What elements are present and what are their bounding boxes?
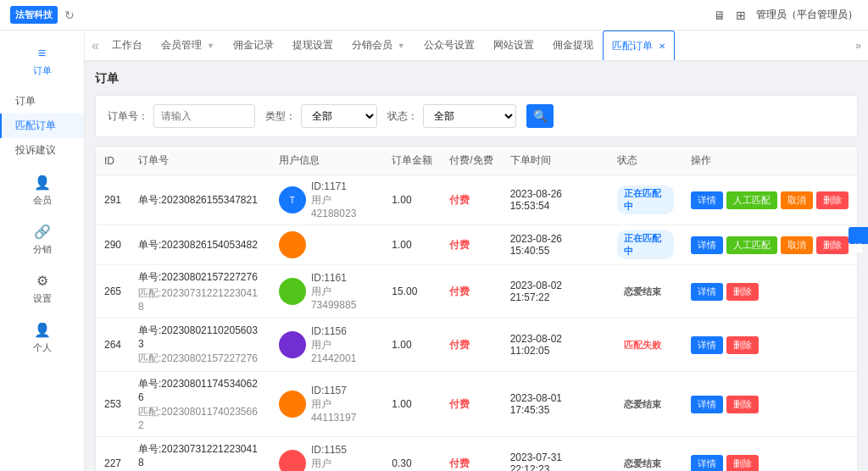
tab-site[interactable]: 网站设置 [484,30,543,61]
action-删除-button[interactable]: 删除 [816,191,849,209]
tab-match-order[interactable]: 匹配订单 ✕ [603,30,675,61]
action-btns: 详情删除 [691,396,849,413]
action-取消-button[interactable]: 取消 [781,236,813,254]
grid-icon[interactable]: ⊞ [736,8,746,22]
order-no-input[interactable] [153,104,255,128]
cell-order-time: 2023-08-02 21:57:22 [502,265,609,319]
type-select[interactable]: 全部 付费 免费 [301,104,377,128]
nav-tabs-bar: « 工作台 会员管理▼ 佣金记录 提现设置 分销会员▼ 公众号设置 网站设置 佣… [85,30,868,61]
cell-fee-type: 付费 [441,372,501,437]
action-详情-button[interactable]: 详情 [691,455,723,472]
order-no-field: 订单号： [108,104,255,128]
action-btns: 详情删除 [691,455,849,472]
col-action: 操作 [682,147,857,175]
content-area: 订单 订单号： 类型： 全部 付费 免费 [85,61,868,471]
action-删除-button[interactable]: 删除 [726,283,759,301]
cell-fee-type: 付费 [441,225,501,265]
tab-member[interactable]: 会员管理▼ [152,30,224,61]
user-text: ID:1155 用户86029422 [311,444,375,471]
monitor-icon[interactable]: 🖥 [714,8,726,22]
tab-withdraw-setting[interactable]: 提现设置 [283,30,342,61]
action-btns: 详情删除 [691,283,849,301]
status-field: 状态： 全部 正在匹配中 恋爱结束 匹配失败 [387,104,516,128]
status-badge: 正在匹配中 [617,230,674,259]
action-详情-button[interactable]: 详情 [691,336,723,354]
sidebar-item-setting[interactable]: ⚙ 设置 [0,264,84,313]
top-bar-right: 🖥 ⊞ 管理员（平台管理员） [714,8,858,22]
col-user-info: 用户信息 [270,147,383,175]
action-人工匹配-button[interactable]: 人工匹配 [726,236,777,254]
refresh-icon[interactable]: ↻ [64,8,75,22]
user-avatar [279,450,306,471]
order-no-text: 单号:20230826155347821 [138,193,262,208]
cell-id: 264 [96,319,130,372]
sidebar-collapse-icon[interactable]: « [92,38,99,53]
tab-commission-withdraw[interactable]: 佣金提现 [543,30,603,61]
user-avatar [279,331,306,358]
user-id: ID:1156 [311,325,375,337]
cell-order-time: 2023-08-26 15:40:55 [502,225,609,265]
user-avatar [279,391,306,418]
action-取消-button[interactable]: 取消 [781,191,813,209]
sidebar-item-share-label: 分销 [33,243,52,256]
table-row: 227 单号:20230731221223041​8 匹配:2023080215… [96,437,857,472]
action-删除-button[interactable]: 删除 [726,336,759,354]
sidebar-item-order[interactable]: ≡ 订单 [0,37,84,86]
user-name: 用户86029422 [311,457,375,471]
tab-share-member[interactable]: 分销会员▼ [342,30,415,61]
order-no-text: 单号:20230826154053482 [138,238,262,252]
search-button[interactable]: 🔍 [526,104,554,128]
match-no-text: 匹配:20230731221223041​8 [138,286,262,313]
sidebar-item-personal[interactable]: 👤 个人 [0,313,84,363]
tabs-more-icon[interactable]: » [855,40,861,52]
action-详情-button[interactable]: 详情 [691,396,723,413]
tab-workbench[interactable]: 工作台 [103,30,152,61]
cell-fee-type: 付费 [441,319,501,372]
tab-wechat[interactable]: 公众号设置 [415,30,484,61]
user-id: ID:1157 [311,385,375,396]
status-select[interactable]: 全部 正在匹配中 恋爱结束 匹配失败 [423,104,516,128]
cell-fee-type: 付费 [441,175,501,225]
cell-amount: 1.00 [383,372,441,437]
col-amount: 订单金额 [383,147,441,175]
cell-actions: 详情人工匹配取消删除 [682,225,857,265]
col-order-no: 订单号 [130,147,270,175]
action-删除-button[interactable]: 删除 [816,236,849,254]
action-删除-button[interactable]: 删除 [726,396,759,413]
order-no-text: 单号:20230802157227276 [138,270,262,285]
tab-commission[interactable]: 佣金记录 [224,30,283,61]
sidebar-sub-item-orders[interactable]: 订单 [0,89,84,114]
cell-actions: 详情删除 [682,372,857,437]
sidebar-sub-item-match[interactable]: 匹配订单 [0,114,84,138]
user-id: ID:1155 [311,444,375,456]
cell-user-info: ID:1156 用户21442001 [270,319,383,372]
sidebar-item-order-label: 订单 [33,64,52,77]
cell-order-no: 单号:20230802157227276 匹配:2023073122122304… [130,265,270,319]
action-详情-button[interactable]: 详情 [691,191,723,209]
action-btns: 详情人工匹配取消删除 [691,236,849,254]
sidebar-item-member[interactable]: 👤 会员 [0,166,84,215]
action-btns: 详情人工匹配取消删除 [691,191,849,209]
col-status: 状态 [609,147,682,175]
action-详情-button[interactable]: 详情 [691,236,723,254]
feedback-tab[interactable]: 投诉建议 [849,227,868,244]
user-name: 用户42188023 [311,193,375,219]
user-name: 用户44113197 [311,397,375,424]
type-label: 类型： [265,109,296,124]
sidebar-item-share[interactable]: 🔗 分销 [0,215,84,264]
cell-id: 291 [96,175,130,225]
cell-order-time: 2023-08-26 15:53:54 [502,175,609,225]
cell-id: 227 [96,437,130,472]
match-no-text: 匹配:20230801174023566​2 [138,405,262,431]
tab-match-order-close[interactable]: ✕ [659,42,665,51]
cell-status: 匹配失败 [609,319,682,372]
action-人工匹配-button[interactable]: 人工匹配 [726,191,777,209]
action-详情-button[interactable]: 详情 [691,283,723,301]
cell-user-info: ID:1161 用户73499885 [270,265,383,319]
user-id: ID:1161 [311,272,375,284]
sidebar-sub-item-complaint[interactable]: 投诉建议 [0,138,84,163]
action-删除-button[interactable]: 删除 [726,455,759,472]
tab-member-arrow: ▼ [207,42,214,50]
nav-tabs-actions: » [855,40,861,52]
share-icon: 🔗 [34,224,51,240]
